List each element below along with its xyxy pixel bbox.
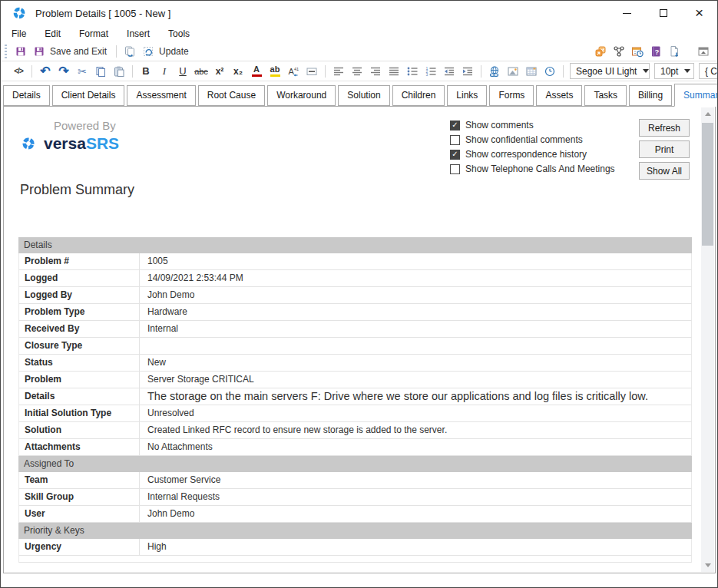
share-icon[interactable] <box>610 43 627 60</box>
menu-item-format[interactable]: Format <box>72 27 115 41</box>
refresh-button[interactable]: Refresh <box>639 119 690 137</box>
table-row: TeamCustomer Service <box>18 472 692 489</box>
superscript-icon[interactable]: x² <box>211 63 228 80</box>
table-row: Problem #1005 <box>18 253 692 270</box>
horizontal-rule-icon[interactable] <box>303 63 320 80</box>
align-left-icon[interactable] <box>330 63 347 80</box>
refresh-record-icon[interactable] <box>140 43 157 60</box>
checkbox-show-correspondence-history[interactable]: Show correspondence history <box>450 149 615 160</box>
indent-icon[interactable] <box>459 63 476 80</box>
section-header-assigned-to: Assigned To <box>18 456 692 472</box>
menu-item-file[interactable]: File <box>5 27 33 41</box>
bullet-list-icon[interactable] <box>404 63 421 80</box>
help-icon[interactable]: ? <box>647 43 664 60</box>
chevron-down-icon <box>684 69 690 73</box>
scroll-up-button[interactable] <box>701 107 714 121</box>
checkbox-box[interactable] <box>450 164 460 174</box>
separator <box>325 65 326 78</box>
undo-icon[interactable]: ↶ <box>37 63 54 80</box>
brand-block: Powered By versaSRS <box>18 119 119 153</box>
tab-billing[interactable]: Billing <box>629 85 672 106</box>
tab-forms[interactable]: Forms <box>489 85 534 106</box>
chevron-down-icon <box>643 69 649 73</box>
show-all-button[interactable]: Show All <box>639 162 690 180</box>
insert-image-icon[interactable] <box>505 63 521 80</box>
font-name-value: Segoe UI Light <box>576 66 637 77</box>
format-icons: </>↶↷✂BIUabcx²x₂AabA41123 <box>9 63 559 80</box>
table-row: Skill GroupInternal Requests <box>18 489 692 506</box>
insert-table-icon[interactable] <box>523 63 540 80</box>
align-center-icon[interactable] <box>349 63 366 80</box>
tab-details[interactable]: Details <box>3 85 50 106</box>
tab-client-details[interactable]: Client Details <box>52 85 125 106</box>
update-label[interactable]: Update <box>159 46 189 57</box>
checkbox-show-telephone-calls-and-meetings[interactable]: Show Telephone Calls And Meetings <box>450 164 615 174</box>
checkbox-show-confidential-comments[interactable]: Show confidential comments <box>450 134 615 145</box>
tab-links[interactable]: Links <box>447 85 487 106</box>
strikethrough-icon[interactable]: abc <box>193 63 210 80</box>
cut-icon[interactable]: ✂ <box>74 63 91 80</box>
outdent-icon[interactable] <box>441 63 458 80</box>
close-icon <box>695 5 703 21</box>
toolbar-grip[interactable] <box>5 45 7 58</box>
menu-item-tools[interactable]: Tools <box>161 27 197 41</box>
print-button[interactable]: Print <box>639 140 690 158</box>
scrollbar-thumb[interactable] <box>702 123 713 246</box>
highlight-icon[interactable]: ab <box>266 63 283 80</box>
save-icon[interactable] <box>12 43 29 60</box>
export-document-icon[interactable] <box>666 43 683 60</box>
calendar-clock-icon[interactable] <box>629 43 646 60</box>
copy-icon[interactable] <box>92 63 109 80</box>
underline-icon-glyph: U <box>179 65 186 77</box>
row-label: Received By <box>19 321 140 337</box>
tab-root-cause[interactable]: Root Cause <box>198 85 265 106</box>
history-clock-icon[interactable] <box>541 63 558 80</box>
hyperlink-icon[interactable] <box>486 63 503 80</box>
underline-icon[interactable]: U <box>174 63 191 80</box>
vertical-scrollbar[interactable] <box>701 107 714 572</box>
checkbox-box[interactable] <box>450 121 460 130</box>
justify-icon[interactable] <box>385 63 402 80</box>
collapse-toolbar-icon[interactable] <box>695 43 712 60</box>
checkbox-box[interactable] <box>450 150 460 160</box>
italic-icon[interactable]: I <box>156 63 173 80</box>
update-fields-icon[interactable] <box>121 43 138 60</box>
minimize-button[interactable] <box>609 1 645 25</box>
font-size-dropdown[interactable]: 10pt <box>654 63 694 79</box>
tab-solution[interactable]: Solution <box>338 85 389 106</box>
tab-workaround[interactable]: Workaround <box>267 85 336 106</box>
scroll-down-button[interactable] <box>701 559 714 572</box>
subscript-icon[interactable]: x₂ <box>230 63 247 80</box>
close-button[interactable] <box>681 1 717 25</box>
bold-icon[interactable]: B <box>137 63 154 80</box>
checkbox-show-comments[interactable]: Show comments <box>450 120 615 130</box>
redo-icon[interactable]: ↷ <box>55 63 72 80</box>
maximize-button[interactable] <box>645 1 681 25</box>
character-code-icon[interactable]: A41 <box>285 63 302 80</box>
font-color-icon-text: A <box>253 65 260 74</box>
tab-summary[interactable]: Summary <box>674 84 718 107</box>
row-value: No Attachments <box>140 439 691 455</box>
row-label: Status <box>19 355 140 371</box>
menu-item-insert[interactable]: Insert <box>120 27 157 41</box>
tab-children[interactable]: Children <box>392 85 445 106</box>
tab-assessment[interactable]: Assessment <box>127 85 195 106</box>
row-value: 1005 <box>140 253 691 269</box>
actions-toolbar: Save and Exit Update ? <box>1 41 717 61</box>
css-styles-dropdown[interactable]: { CSS Styles } <box>699 63 718 79</box>
save-and-exit-icon[interactable] <box>31 43 48 60</box>
table-row: ProblemServer Storage CRITICAL <box>18 372 692 388</box>
save-and-exit-label[interactable]: Save and Exit <box>50 46 107 57</box>
font-name-dropdown[interactable]: Segoe UI Light <box>570 63 650 79</box>
checkbox-box[interactable] <box>450 135 460 145</box>
paste-icon[interactable] <box>111 63 127 80</box>
align-right-icon[interactable] <box>367 63 384 80</box>
font-color-icon[interactable]: A <box>248 63 265 80</box>
tab-assets[interactable]: Assets <box>536 85 582 106</box>
tab-tasks[interactable]: Tasks <box>584 85 627 106</box>
menu-item-edit[interactable]: Edit <box>38 27 68 41</box>
transfer-icon[interactable] <box>592 43 609 60</box>
numbered-list-icon[interactable]: 123 <box>422 63 439 80</box>
code-view-icon[interactable]: </> <box>10 63 27 80</box>
table-row: UserJohn Demo <box>18 506 692 523</box>
